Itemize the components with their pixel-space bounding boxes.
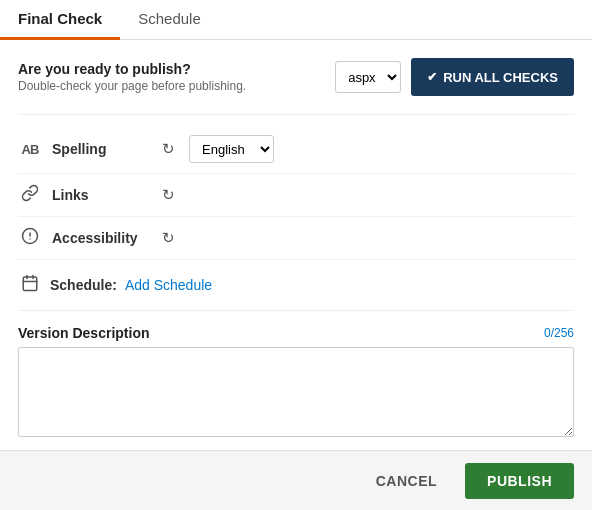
schedule-label: Schedule: — [50, 277, 117, 293]
publish-question: Are you ready to publish? — [18, 61, 325, 77]
version-count: 0/256 — [544, 326, 574, 340]
publish-row: Are you ready to publish? Double-check y… — [18, 58, 574, 96]
version-label: Version Description — [18, 325, 149, 341]
publish-subtext: Double-check your page before publishing… — [18, 79, 325, 93]
run-button-label: RUN ALL CHECKS — [443, 70, 558, 85]
main-content: Are you ready to publish? Double-check y… — [0, 40, 592, 440]
links-icon — [18, 184, 42, 206]
spelling-refresh-icon[interactable]: ↻ — [162, 140, 175, 158]
version-section: Version Description 0/256 — [18, 311, 574, 440]
add-schedule-link[interactable]: Add Schedule — [125, 277, 212, 293]
cancel-button[interactable]: CANCEL — [360, 465, 453, 497]
schedule-icon — [18, 274, 42, 296]
spelling-row: AB Spelling ↻ English French Spanish — [18, 125, 574, 174]
tabs-bar: Final Check Schedule — [0, 0, 592, 40]
accessibility-label: Accessibility — [52, 230, 152, 246]
version-textarea[interactable] — [18, 347, 574, 437]
links-label: Links — [52, 187, 152, 203]
version-header: Version Description 0/256 — [18, 325, 574, 341]
checks-section: AB Spelling ↻ English French Spanish Lin… — [18, 114, 574, 260]
accessibility-row: Accessibility ↻ — [18, 217, 574, 260]
publish-button[interactable]: PUBLISH — [465, 463, 574, 499]
format-select[interactable]: aspx html pdf — [335, 61, 401, 93]
tab-final-check[interactable]: Final Check — [0, 0, 120, 40]
language-select[interactable]: English French Spanish — [189, 135, 274, 163]
tab-schedule[interactable]: Schedule — [120, 0, 219, 40]
run-all-checks-button[interactable]: ✔ RUN ALL CHECKS — [411, 58, 574, 96]
svg-rect-3 — [23, 277, 37, 291]
spelling-icon: AB — [18, 142, 42, 157]
spelling-label: Spelling — [52, 141, 152, 157]
footer: CANCEL PUBLISH — [0, 450, 592, 510]
accessibility-icon — [18, 227, 42, 249]
accessibility-refresh-icon[interactable]: ↻ — [162, 229, 175, 247]
checkmark-icon: ✔ — [427, 70, 437, 84]
links-refresh-icon[interactable]: ↻ — [162, 186, 175, 204]
publish-text: Are you ready to publish? Double-check y… — [18, 61, 325, 93]
schedule-row: Schedule: Add Schedule — [18, 260, 574, 311]
links-row: Links ↻ — [18, 174, 574, 217]
